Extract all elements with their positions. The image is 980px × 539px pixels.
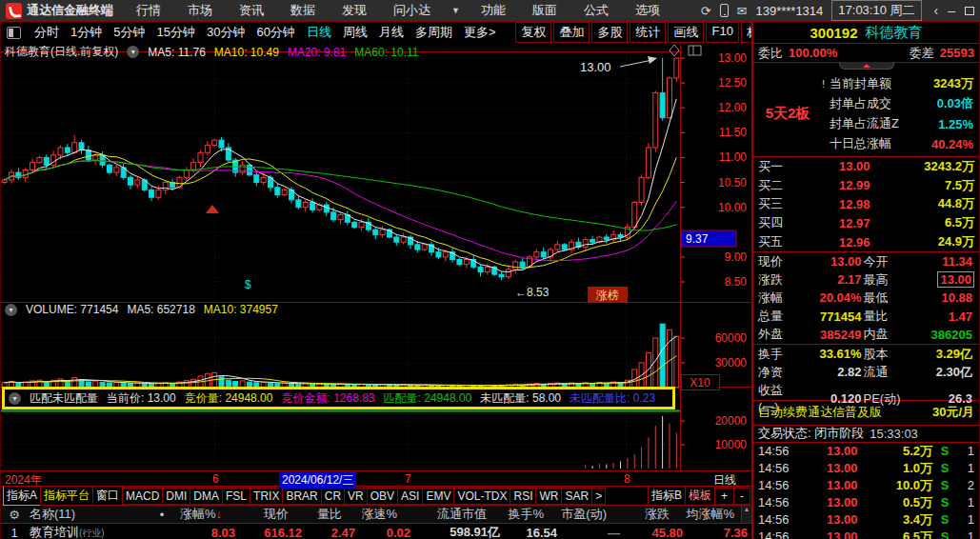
period-tab[interactable]: 日线 bbox=[301, 24, 337, 41]
app-logo-icon[interactable] bbox=[6, 3, 22, 19]
indicator-tab[interactable]: VOL-TDX bbox=[453, 488, 510, 505]
indicator-tab[interactable]: MACD bbox=[122, 488, 163, 505]
table-row[interactable]: 1 教育培训(行业) 8.03616.122.470.02598.91亿16.5… bbox=[1, 524, 751, 539]
indicator-tab[interactable]: 窗口 bbox=[92, 486, 123, 506]
column-header[interactable]: 流通市值 bbox=[399, 506, 489, 523]
indicator-tab[interactable]: ASI bbox=[397, 488, 423, 505]
period-tab[interactable]: 60分钟 bbox=[250, 24, 300, 41]
mail-icon[interactable]: ✉ bbox=[737, 4, 748, 18]
indicator-tab[interactable]: EMV bbox=[422, 488, 454, 505]
tick-row[interactable]: 14:5613.001.0万S1 bbox=[753, 460, 979, 477]
ma-value: MA20: 9.81 bbox=[288, 46, 346, 59]
indicator-tab[interactable]: OBV bbox=[367, 488, 398, 505]
stock-name: 科德教育 bbox=[866, 24, 923, 42]
date-axis-label[interactable]: 2024/06/12/三 bbox=[279, 472, 356, 489]
date-axis-label[interactable]: 8 bbox=[624, 472, 630, 486]
collapse-pane-icon[interactable]: ▾ bbox=[5, 304, 17, 316]
table-scrollbar[interactable]: ▲ bbox=[741, 506, 751, 523]
period-tab[interactable]: 多周期 bbox=[410, 24, 458, 41]
menu-item[interactable]: 公式 bbox=[570, 2, 622, 19]
date-axis-label[interactable]: 6 bbox=[212, 472, 219, 486]
period-tab[interactable]: 30分钟 bbox=[201, 24, 250, 41]
mobile-icon[interactable] bbox=[720, 4, 729, 17]
toolbar-button[interactable]: 统计 bbox=[630, 22, 666, 43]
period-tab[interactable]: 更多> bbox=[458, 24, 502, 41]
indicator-tab[interactable]: 指标A bbox=[3, 486, 41, 506]
layout-icon[interactable] bbox=[7, 27, 21, 39]
menu-item[interactable]: 版面 bbox=[519, 2, 570, 19]
maximize-icon[interactable] bbox=[965, 7, 974, 15]
indicator-tab[interactable]: RSI bbox=[510, 488, 536, 505]
tick-row[interactable]: 14:5613.005.2万S1 bbox=[753, 443, 979, 460]
menu-item[interactable]: 功能 bbox=[468, 2, 519, 19]
toolbar-button[interactable]: F10 bbox=[706, 22, 738, 43]
indicator-tab[interactable]: - bbox=[733, 488, 750, 505]
tick-row[interactable]: 14:5613.0010.0万S2 bbox=[753, 477, 979, 494]
column-header[interactable]: 涨跌 bbox=[609, 506, 671, 523]
period-tab[interactable]: 1分钟 bbox=[65, 24, 108, 41]
indicator-tab[interactable]: DMI bbox=[162, 488, 190, 505]
menu-item[interactable]: 市场 bbox=[174, 2, 226, 19]
gear-icon[interactable]: ⚙ bbox=[1, 508, 28, 522]
column-header[interactable]: 市盈(动) bbox=[546, 506, 609, 523]
tick-row[interactable]: 14:5613.006.5万S1 bbox=[753, 529, 979, 539]
subscription-banner[interactable]: 自动续费通达信普及版 30元/月 bbox=[753, 401, 979, 426]
menu-item[interactable]: 数据 bbox=[277, 2, 329, 19]
fundamental-stats: 换手33.61%股本3.29亿净资2.82流通2.30亿收益(一)0.120PE… bbox=[753, 345, 979, 401]
menu-item[interactable]: 选项 bbox=[622, 2, 673, 19]
toolbar-button[interactable]: 多股 bbox=[591, 22, 628, 43]
menu-item[interactable]: 发现 bbox=[329, 2, 380, 19]
indicator-tab[interactable]: > bbox=[591, 488, 606, 505]
fundamental-row: 净资2.82流通2.30亿 bbox=[753, 363, 979, 381]
row-cell: 0.02 bbox=[357, 526, 412, 539]
period-tab[interactable]: 5分钟 bbox=[108, 24, 150, 41]
column-header[interactable]: • bbox=[155, 508, 169, 522]
collapse-pane-icon[interactable]: ▾ bbox=[9, 392, 21, 405]
toolbar-button[interactable]: 画线 bbox=[668, 22, 704, 43]
chevron-down-icon[interactable]: ▼ bbox=[444, 6, 468, 15]
tick-row[interactable]: 14:5613.000.5万S1 bbox=[753, 494, 979, 511]
indicator-tab[interactable]: 模板 bbox=[685, 486, 715, 506]
indicator-tab[interactable]: 指标B bbox=[648, 486, 686, 506]
row-name: 教育培训(行业) bbox=[28, 524, 169, 539]
indicator-tab[interactable]: WR bbox=[535, 488, 562, 505]
tick-row[interactable]: 14:5613.003.4万S1 bbox=[753, 511, 979, 529]
column-header[interactable]: 现价 bbox=[224, 506, 290, 523]
collapse-pane-icon[interactable]: ▾ bbox=[127, 46, 139, 58]
weicha-label: 委差 bbox=[910, 45, 934, 62]
indicator-tab[interactable]: SAR bbox=[561, 488, 592, 505]
indicator-tab[interactable]: FSL bbox=[222, 488, 250, 505]
indicator-tab[interactable]: 指标平台 bbox=[40, 486, 93, 506]
toolbar-button[interactable]: 复权 bbox=[515, 22, 551, 43]
limit-up-rows: !当前封单额3243万封单占成交0.03倍封单占流通Z1.25%十日总涨幅40.… bbox=[822, 71, 979, 156]
collapse-handle[interactable] bbox=[839, 62, 894, 70]
indicator-tab[interactable]: + bbox=[714, 488, 734, 505]
period-tab[interactable]: 周线 bbox=[337, 24, 373, 41]
column-header[interactable]: 涨幅%↓ bbox=[169, 506, 224, 523]
indicator-tab[interactable]: TRIX bbox=[250, 488, 283, 505]
period-tab[interactable]: 分时 bbox=[29, 24, 65, 41]
period-tab[interactable]: 月线 bbox=[373, 24, 410, 41]
date-axis-label[interactable]: 2024年 bbox=[5, 472, 42, 489]
date-axis-label[interactable]: 7 bbox=[405, 472, 411, 486]
indicator-tab[interactable]: VR bbox=[344, 488, 368, 505]
menu-item[interactable]: 问小达 bbox=[380, 2, 444, 19]
minimize-icon[interactable]: – bbox=[948, 4, 955, 17]
auction-indicator-row[interactable]: ▾ 匹配未匹配量 当前价: 13.00竞价量: 24948.00竞价金额: 12… bbox=[2, 387, 675, 409]
menu-item[interactable]: 行情 bbox=[123, 2, 174, 19]
date-axis-label[interactable]: 日线 bbox=[713, 472, 736, 489]
toolbar-button[interactable]: 叠加 bbox=[553, 22, 590, 43]
column-header[interactable]: 涨速% bbox=[344, 506, 399, 523]
column-header[interactable]: 名称(11) bbox=[28, 506, 155, 523]
svg-text:X10: X10 bbox=[690, 376, 710, 389]
column-header[interactable]: 均涨幅% bbox=[671, 506, 736, 523]
menu-item[interactable]: 资讯 bbox=[226, 2, 277, 19]
column-header[interactable]: 量比 bbox=[290, 506, 344, 523]
indicator-tab[interactable]: DMA bbox=[190, 488, 223, 505]
indicator-tab[interactable]: CR bbox=[321, 488, 345, 505]
period-tab[interactable]: 15分钟 bbox=[150, 24, 200, 41]
column-header[interactable]: 换手% bbox=[489, 506, 546, 523]
collapse-icon[interactable]: ‹ bbox=[934, 4, 939, 17]
refresh-icon[interactable]: ⟳ bbox=[701, 4, 711, 18]
indicator-tab[interactable]: BRAR bbox=[282, 488, 321, 505]
